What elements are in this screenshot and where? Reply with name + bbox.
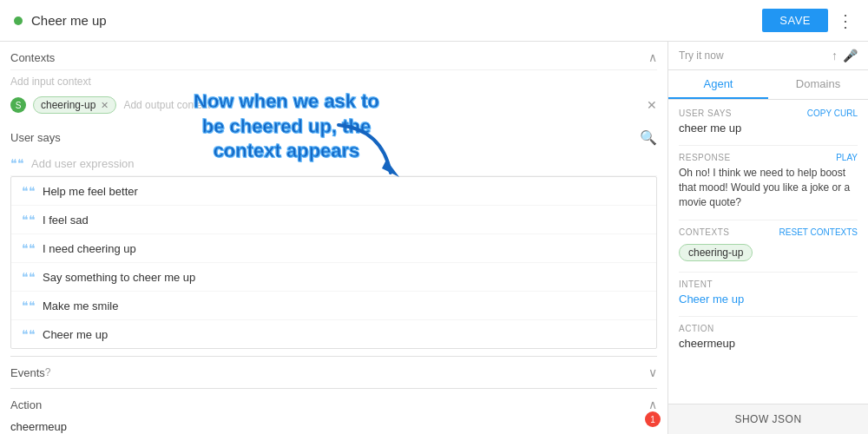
right-response-value: Oh no! I think we need to help boost tha… bbox=[679, 166, 858, 209]
expression-row[interactable]: ❝❝ Make me smile bbox=[11, 292, 656, 320]
expression-text: I need cheering up bbox=[43, 242, 136, 255]
contexts-title: Contexts bbox=[10, 51, 55, 64]
action-input[interactable] bbox=[10, 417, 657, 434]
action-input-wrap: 1 bbox=[10, 417, 657, 434]
expression-row[interactable]: ❝❝ I need cheering up bbox=[11, 234, 656, 263]
context-chip-close-icon[interactable]: ✕ bbox=[101, 100, 108, 111]
right-panel: Try it now ↑ 🎤 Agent Domains USER SAYS C… bbox=[668, 42, 868, 434]
events-title: Events bbox=[10, 366, 45, 379]
context-chips-row: S cheering-up ✕ Add output context ✕ bbox=[10, 93, 657, 121]
help-icon[interactable]: ? bbox=[45, 366, 51, 378]
right-action-label: ACTION bbox=[679, 324, 858, 333]
expression-row[interactable]: ❝❝ I feel sad bbox=[11, 206, 656, 234]
left-panel: Contexts ∧ Add input context S cheering-… bbox=[0, 42, 668, 434]
right-intent-value[interactable]: Cheer me up bbox=[679, 293, 858, 306]
reset-contexts-button[interactable]: RESET CONTEXTS bbox=[779, 227, 858, 237]
action-title: Action bbox=[10, 398, 42, 411]
context-chip[interactable]: cheering-up ✕ bbox=[33, 96, 116, 114]
add-expression-row[interactable]: ❝❝ Add user expression bbox=[10, 151, 657, 176]
try-now-icons: ↑ 🎤 bbox=[832, 49, 858, 62]
quote-icon: ❝❝ bbox=[10, 156, 24, 170]
right-response-label: RESPONSE PLAY bbox=[679, 153, 858, 162]
right-response-section: RESPONSE PLAY Oh no! I think we need to … bbox=[679, 153, 858, 209]
quote-icon: ❝❝ bbox=[22, 241, 36, 255]
expressions-list: ❝❝ Help me feel better ❝❝ I feel sad ❝❝ … bbox=[10, 176, 657, 349]
quote-icon: ❝❝ bbox=[22, 270, 36, 284]
contexts-toggle[interactable]: ∧ bbox=[648, 50, 657, 64]
right-action-section: ACTION cheermeup bbox=[679, 324, 858, 350]
show-json-button[interactable]: SHOW JSON bbox=[668, 404, 868, 434]
page-title: Cheer me up bbox=[31, 13, 762, 28]
mic-icon[interactable]: 🎤 bbox=[843, 49, 858, 62]
right-intent-section: INTENT Cheer me up bbox=[679, 279, 858, 306]
expression-row[interactable]: ❝❝ Say something to cheer me up bbox=[11, 263, 656, 292]
right-contexts-label: CONTEXTS RESET CONTEXTS bbox=[679, 227, 858, 237]
expression-text: Cheer me up bbox=[43, 328, 108, 341]
divider bbox=[679, 272, 858, 273]
quote-icon: ❝❝ bbox=[22, 327, 36, 341]
add-expression-placeholder: Add user expression bbox=[31, 157, 135, 170]
quote-icon: ❝❝ bbox=[22, 213, 36, 227]
right-user-says-section: USER SAYS COPY CURL cheer me up bbox=[679, 108, 858, 135]
try-now-label: Try it now bbox=[679, 49, 724, 62]
action-chevron-icon[interactable]: ∧ bbox=[648, 398, 657, 411]
upload-icon[interactable]: ↑ bbox=[832, 49, 838, 62]
play-button[interactable]: PLAY bbox=[836, 153, 858, 162]
contexts-close-icon[interactable]: ✕ bbox=[647, 98, 657, 112]
menu-icon[interactable]: ⋮ bbox=[837, 10, 854, 31]
copy-curl-button[interactable]: COPY CURL bbox=[807, 108, 858, 118]
header: Cheer me up SAVE ⋮ bbox=[0, 0, 868, 42]
events-header: Events ? ∨ bbox=[10, 357, 657, 388]
quote-icon: ❝❝ bbox=[22, 184, 36, 198]
contexts-section-header: Contexts ∧ bbox=[10, 42, 657, 70]
right-tabs: Agent Domains bbox=[668, 70, 868, 100]
add-output-context[interactable]: Add output context bbox=[123, 99, 210, 111]
expression-row[interactable]: ❝❝ Help me feel better bbox=[11, 177, 656, 206]
right-user-says-label: USER SAYS COPY CURL bbox=[679, 108, 858, 118]
divider bbox=[679, 145, 858, 146]
expression-row[interactable]: ❝❝ Cheer me up bbox=[11, 320, 656, 348]
divider bbox=[679, 220, 858, 220]
context-chip-num: S bbox=[10, 97, 26, 113]
expression-text: I feel sad bbox=[43, 214, 89, 227]
expression-text: Help me feel better bbox=[43, 185, 138, 198]
events-section: Events ? ∨ bbox=[10, 356, 657, 388]
tab-agent[interactable]: Agent bbox=[668, 70, 768, 99]
right-content: USER SAYS COPY CURL cheer me up RESPONSE… bbox=[668, 100, 868, 404]
expression-text: Make me smile bbox=[43, 299, 118, 312]
action-header: Action ∧ bbox=[10, 389, 657, 417]
right-context-chip: cheering-up bbox=[679, 244, 753, 261]
action-section: Action ∧ 1 bbox=[10, 388, 657, 434]
search-icon[interactable]: 🔍 bbox=[640, 129, 657, 146]
tab-domains[interactable]: Domains bbox=[768, 70, 868, 99]
save-button[interactable]: SAVE bbox=[762, 9, 828, 32]
try-now-bar: Try it now ↑ 🎤 bbox=[668, 42, 868, 70]
status-dot bbox=[14, 16, 23, 25]
divider bbox=[679, 316, 858, 317]
user-says-title: User says bbox=[10, 131, 61, 144]
add-input-context[interactable]: Add input context bbox=[10, 70, 657, 93]
action-badge: 1 bbox=[645, 411, 661, 427]
events-chevron-icon[interactable]: ∨ bbox=[648, 365, 657, 379]
right-action-value: cheermeup bbox=[679, 337, 858, 350]
user-says-header: User says 🔍 bbox=[10, 121, 657, 151]
expression-text: Say something to cheer me up bbox=[43, 271, 195, 284]
right-intent-label: INTENT bbox=[679, 279, 858, 289]
right-user-says-value: cheer me up bbox=[679, 122, 858, 135]
context-chip-label: cheering-up bbox=[41, 99, 95, 111]
quote-icon: ❝❝ bbox=[22, 299, 36, 312]
right-contexts-section: CONTEXTS RESET CONTEXTS cheering-up bbox=[679, 227, 858, 261]
